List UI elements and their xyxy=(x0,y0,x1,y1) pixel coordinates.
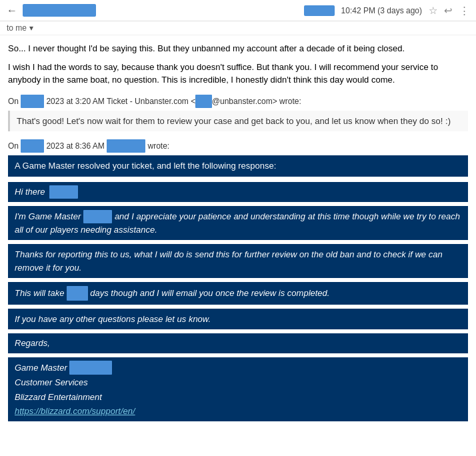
hi-there-line: Hi there xyxy=(8,182,468,202)
quote1-email-redact xyxy=(195,95,212,108)
quote2-header: On 2023 at 8:36 AM wrote: xyxy=(8,139,468,153)
gm-paragraph-3: This will take days though and I will em… xyxy=(8,282,468,305)
quote1-on: On xyxy=(8,97,19,106)
gm-resolved-bar: A Game Master resolved your ticket, and … xyxy=(8,155,468,177)
dropdown-icon[interactable]: ▾ xyxy=(29,23,33,33)
hi-there-name-redact xyxy=(49,185,78,199)
quote1-header: On 2023 at 3:20 AM Ticket - Unbanster.co… xyxy=(8,95,468,108)
quote2-wrote: wrote: xyxy=(147,141,169,151)
gm-days-redact xyxy=(67,286,88,301)
sig-gm-name-redact xyxy=(69,361,112,375)
gm-resolved-text: A Game Master resolved your ticket, and … xyxy=(15,161,276,171)
gm-paragraph-1: I'm Game Master and I appreciate your pa… xyxy=(8,206,468,241)
sig-link[interactable]: https://blizzard.com/support/en/ xyxy=(15,406,135,416)
gm-para1a: I'm Game Master xyxy=(15,211,81,221)
email-body: So... I never thought I'd be saying this… xyxy=(0,35,476,429)
intro-paragraph-2: I wish I had the words to say, because t… xyxy=(8,61,468,87)
back-arrow-icon[interactable]: ← xyxy=(7,5,17,17)
gm-para3b: days though and I will email you once th… xyxy=(90,288,329,298)
more-options-icon[interactable]: ⋮ xyxy=(459,5,469,17)
sender-name xyxy=(23,4,96,17)
timestamp: 10:42 PM (3 days ago) xyxy=(341,6,422,15)
quote2-name-redact xyxy=(107,139,145,153)
intro-paragraph-1: So... I never thought I'd be saying this… xyxy=(8,42,468,55)
gm-paragraph-2: Thanks for reporting this to us, what I … xyxy=(8,244,468,278)
sig-gm-label: Game Master xyxy=(15,363,67,373)
quote2-on: On xyxy=(8,141,19,151)
header-left: ← xyxy=(7,4,96,17)
quoted-section-1: On 2023 at 3:20 AM Ticket - Unbanster.co… xyxy=(8,95,468,132)
signature-block: Game Master Customer Services Blizzard E… xyxy=(8,357,468,421)
quote1-content: That's good! Let's now wait for them to … xyxy=(17,116,451,126)
quote1-date-redact xyxy=(21,95,44,108)
quote1-year: 2023 at 3:20 AM Ticket - Unbanster.com < xyxy=(46,97,195,106)
quote2-date-redact xyxy=(21,139,44,153)
hi-there-text: Hi there xyxy=(15,185,45,199)
header-right: 10:42 PM (3 days ago) ☆ ↩ ⋮ xyxy=(304,5,469,17)
email-header: ← 10:42 PM (3 days ago) ☆ ↩ ⋮ xyxy=(0,0,476,21)
sig-customer-services: Customer Services xyxy=(15,375,461,390)
quote1-email-domain: @unbanster.com> wrote: xyxy=(212,97,301,106)
regards-line: Regards, xyxy=(8,333,468,353)
sig-link-line: https://blizzard.com/support/en/ xyxy=(15,404,461,419)
gm-paragraph-4: If you have any other questions please l… xyxy=(8,309,468,330)
sig-game-master: Game Master xyxy=(15,360,461,376)
gm-para1b: and I appreciate your patience and under… xyxy=(15,211,460,235)
gm-para3a: This will take xyxy=(15,288,64,298)
quote1-text: That's good! Let's now wait for them to … xyxy=(8,111,468,132)
gm-name-redact xyxy=(83,210,112,223)
to-me-label: to me xyxy=(7,23,27,33)
main-message: So... I never thought I'd be saying this… xyxy=(8,42,468,87)
sig-blizzard: Blizzard Entertainment xyxy=(15,390,461,405)
quote2-year: 2023 at 8:36 AM xyxy=(46,141,107,151)
to-me-row: to me ▾ xyxy=(0,21,476,35)
star-icon[interactable]: ☆ xyxy=(429,5,437,17)
reply-icon[interactable]: ↩ xyxy=(444,5,453,17)
timestamp-highlight xyxy=(304,5,334,16)
